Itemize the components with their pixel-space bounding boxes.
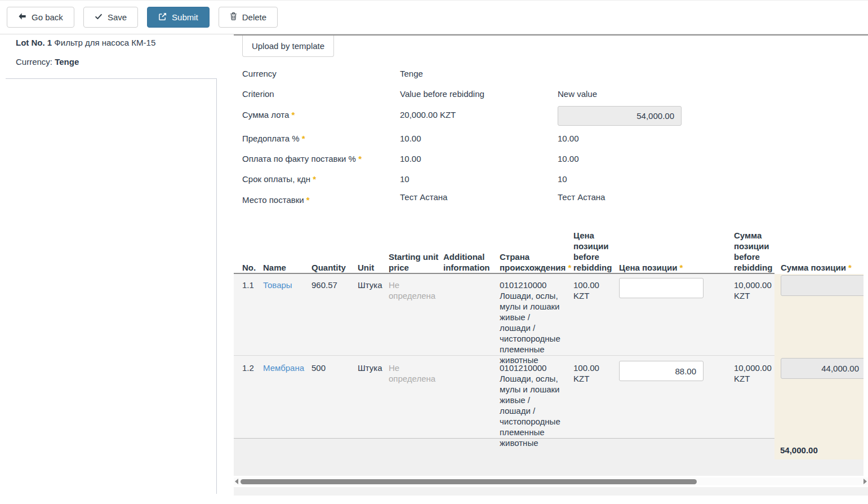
scroll-right-arrow-icon[interactable] — [863, 479, 867, 484]
item-sum-input — [781, 275, 866, 296]
currency-label: Currency: — [16, 57, 52, 67]
item-price-input[interactable] — [619, 361, 704, 381]
cell-quantity: 500 — [311, 362, 354, 373]
lot-title: Lot No. 1 Фильтр для насоса КМ-15 — [16, 38, 155, 47]
go-back-label: Go back — [32, 12, 63, 22]
column-header-sum-before-rebidding: Сумма позиции before rebidding — [734, 230, 773, 273]
payment-on-delivery-before-value: 10.00 — [400, 154, 421, 163]
table-total-sum: 54,000.00 — [780, 445, 818, 455]
form-currency-label: Currency — [242, 69, 277, 78]
cell-country-of-origin: 0101210000 Лошади, ослы, мулы и лошаки ж… — [500, 280, 562, 365]
payment-term-label: Срок оплаты, кдн * — [242, 174, 316, 184]
save-button[interactable]: Save — [83, 7, 138, 28]
required-asterisk: * — [680, 263, 683, 272]
payment-term-new-value: 10 — [558, 174, 567, 184]
column-header-additional-information: Additional information — [443, 251, 498, 273]
payment-term-before-value: 10 — [400, 174, 409, 184]
panel-bottom-strip — [234, 487, 868, 496]
cell-unit: Штука — [358, 280, 389, 290]
share-square-icon — [158, 12, 167, 23]
delivery-place-label: Место поставки * — [242, 195, 310, 205]
delivery-place-before-value: Тест Астана — [400, 192, 447, 202]
cell-unit: Штука — [358, 362, 389, 373]
scroll-left-arrow-icon[interactable] — [235, 479, 238, 484]
form-currency-value: Tenge — [400, 69, 423, 78]
cell-starting-unit-price: Не определена — [389, 362, 439, 384]
prepayment-new-value: 10.00 — [558, 134, 579, 143]
save-label: Save — [108, 12, 127, 22]
column-header-unit: Unit — [358, 262, 389, 273]
sidebar-empty-panel — [6, 78, 217, 494]
required-asterisk: * — [568, 263, 571, 272]
column-header-quantity: Quantity — [311, 262, 357, 273]
column-header-no: No. — [242, 262, 265, 273]
cell-sum-before-rebidding: 10,000.00 KZT — [734, 280, 776, 301]
arrow-left-icon — [18, 12, 26, 22]
submit-button[interactable]: Submit — [147, 7, 210, 28]
item-sum-input — [781, 358, 866, 379]
required-asterisk: * — [313, 174, 316, 184]
cell-price-before-rebidding: 100.00 KZT — [573, 362, 615, 384]
criterion-header: Criterion — [242, 89, 274, 99]
cell-price-before-rebidding: 100.00 KZT — [573, 280, 615, 301]
viewport-clip-strip — [863, 274, 868, 476]
new-value-header: New value — [558, 89, 597, 99]
column-header-starting-unit-price: Starting unit price — [389, 251, 439, 273]
check-icon — [95, 12, 103, 22]
value-before-rebidding-header: Value before rebidding — [400, 89, 484, 99]
cell-starting-unit-price: Не определена — [389, 280, 439, 301]
required-asterisk: * — [848, 263, 852, 272]
required-asterisk: * — [302, 134, 305, 143]
lot-name-text: Фильтр для насоса КМ-15 — [54, 38, 155, 47]
prepayment-before-value: 10.00 — [400, 134, 421, 143]
cell-country-of-origin: 0101210000 Лошади, ослы, мулы и лошаки ж… — [500, 362, 562, 448]
column-header-country: Страна происхождения * — [500, 251, 573, 273]
rebidding-panel: Upload by template Currency Tenge Criter… — [234, 34, 868, 504]
cell-sum-before-rebidding: 10,000.00 KZT — [734, 362, 776, 384]
item-name-link[interactable]: Мембрана — [263, 363, 304, 373]
submit-label: Submit — [172, 12, 198, 22]
item-price-input[interactable] — [619, 278, 704, 298]
cell-quantity: 960.57 — [311, 280, 354, 290]
horizontal-scrollbar[interactable] — [234, 478, 868, 485]
required-asterisk: * — [358, 154, 362, 163]
toolbar: Go back Save Submit Delete — [0, 0, 868, 34]
delete-label: Delete — [242, 12, 266, 22]
delivery-place-new-value: Тест Астана — [558, 192, 605, 202]
go-back-button[interactable]: Go back — [7, 7, 74, 28]
items-table-header: No. Name Quantity Unit Starting unit pri… — [234, 219, 868, 273]
required-asterisk: * — [291, 110, 295, 120]
lot-currency: Currency: Tenge — [16, 57, 79, 67]
cell-row-number: 1.2 — [242, 362, 261, 373]
lot-sum-label: Сумма лота * — [242, 110, 295, 120]
column-header-item-price: Цена позиции * — [619, 262, 715, 273]
upload-by-template-button[interactable]: Upload by template — [242, 36, 334, 57]
lot-sum-before-value: 20,000.00 KZT — [400, 110, 456, 120]
item-name-link[interactable]: Товары — [263, 280, 292, 290]
payment-on-delivery-new-value: 10.00 — [558, 154, 579, 163]
column-header-name: Name — [263, 262, 308, 273]
lot-number-label: Lot No. 1 — [16, 38, 52, 47]
required-asterisk: * — [306, 195, 310, 205]
currency-value: Tenge — [55, 57, 79, 67]
lot-sum-new-value-input — [558, 106, 682, 126]
prepayment-label: Предоплата % * — [242, 134, 305, 143]
delete-button[interactable]: Delete — [219, 7, 278, 28]
payment-on-delivery-label: Оплата по факту поставки % * — [242, 154, 362, 163]
cell-row-number: 1.1 — [242, 280, 261, 290]
column-header-item-sum: Сумма позиции * — [781, 262, 868, 273]
column-header-price-before-rebidding: Цена позиции before rebidding — [573, 230, 615, 273]
trash-icon — [230, 12, 237, 22]
scrollbar-thumb[interactable] — [241, 479, 697, 484]
